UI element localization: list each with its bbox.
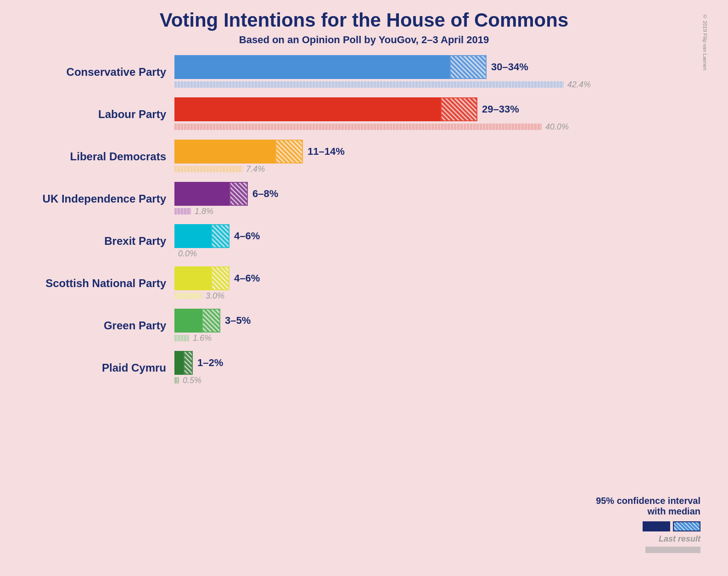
range-label-1: 29–33% [482,103,519,115]
bar-section-1: 29–33%40.0% [174,97,569,131]
last-label-6: 1.6% [193,333,212,343]
party-row-5: Scottish National Party4–6%3.0% [28,266,710,300]
range-label-7: 1–2% [197,357,223,369]
legend-last-bar [645,547,700,553]
last-bar-2 [174,166,242,172]
bar-section-0: 30–34%42.4% [174,55,591,89]
party-row-7: Plaid Cymru1–2%0.5% [28,351,710,385]
hatch-bar-1 [441,97,477,121]
last-label-2: 7.4% [246,164,265,174]
chart-title: Voting Intentions for the House of Commo… [18,9,710,31]
solid-bar-6 [174,309,202,333]
last-bar-0 [174,81,564,88]
hatch-bar-6 [202,309,220,333]
party-label-4: Brexit Party [28,235,174,248]
bar-labels-3: 6–8% [252,188,278,200]
party-row-2: Liberal Democrats11–14%7.4% [28,140,710,174]
legend-hatch-swatch [673,521,700,531]
bar-labels-2: 11–14% [308,146,345,158]
last-label-4: 0.0% [178,249,197,259]
last-bar-3 [174,208,191,215]
legend-confidence-row [643,521,700,531]
legend-solid-swatch [643,521,670,531]
range-label-2: 11–14% [308,146,345,158]
party-label-3: UK Independence Party [28,192,174,206]
range-label-6: 3–5% [225,315,251,327]
bar-labels-1: 29–33% [482,103,519,115]
bar-section-5: 4–6%3.0% [174,266,260,300]
legend-box: 95% confidence interval with median Last… [596,496,700,553]
hatch-bar-7 [184,351,193,375]
party-label-6: Green Party [28,319,174,333]
solid-bar-3 [174,182,230,206]
party-label-5: Scottish National Party [28,277,174,290]
solid-bar-5 [174,266,211,290]
last-label-5: 3.0% [206,291,224,301]
legend-items: Last result [643,521,700,553]
range-label-3: 6–8% [252,188,278,200]
range-label-4: 4–6% [234,230,260,242]
bar-labels-5: 4–6% [234,272,260,284]
bar-section-4: 4–6%0.0% [174,224,260,258]
bar-labels-6: 3–5% [225,315,251,327]
legend-last-row: Last result [659,534,700,544]
hatch-bar-2 [275,140,303,164]
party-label-7: Plaid Cymru [28,361,174,375]
solid-bar-2 [174,140,275,164]
range-label-5: 4–6% [234,272,260,284]
hatch-bar-5 [211,266,230,290]
chart-area: Conservative Party30–34%42.4%Labour Part… [28,55,710,393]
last-label-0: 42.4% [567,80,591,90]
bar-section-2: 11–14%7.4% [174,140,345,174]
hatch-bar-4 [211,224,230,248]
chart-container: Voting Intentions for the House of Commo… [0,0,728,576]
last-label-7: 0.5% [183,376,202,385]
solid-bar-7 [174,351,184,375]
last-bar-7 [174,377,179,384]
solid-bar-1 [174,97,441,121]
bar-labels-4: 4–6% [234,230,260,242]
bar-labels-0: 30–34% [491,61,528,73]
solid-bar-4 [174,224,211,248]
last-bar-1 [174,124,542,130]
legend-last-bar-row [645,547,700,553]
hatch-bar-3 [230,182,248,206]
chart-subtitle: Based on an Opinion Poll by YouGov, 2–3 … [18,34,710,46]
party-row-3: UK Independence Party6–8%1.8% [28,182,710,216]
bar-section-7: 1–2%0.5% [174,351,223,385]
bar-section-6: 3–5%1.6% [174,309,251,343]
party-row-6: Green Party3–5%1.6% [28,309,710,343]
last-bar-5 [174,293,202,299]
solid-bar-0 [174,55,450,79]
last-label-1: 40.0% [545,122,569,132]
hatch-bar-0 [450,55,487,79]
legend-title: 95% confidence interval with median [596,496,700,517]
party-label-2: Liberal Democrats [28,150,174,164]
legend-last-label: Last result [659,534,700,544]
party-row-4: Brexit Party4–6%0.0% [28,224,710,258]
party-row-0: Conservative Party30–34%42.4% [28,55,710,89]
range-label-0: 30–34% [491,61,528,73]
bar-labels-7: 1–2% [197,357,223,369]
last-bar-6 [174,335,189,341]
party-label-0: Conservative Party [28,66,174,79]
bar-section-3: 6–8%1.8% [174,182,278,216]
party-label-1: Labour Party [28,108,174,121]
party-row-1: Labour Party29–33%40.0% [28,97,710,131]
last-label-3: 1.8% [195,207,213,216]
